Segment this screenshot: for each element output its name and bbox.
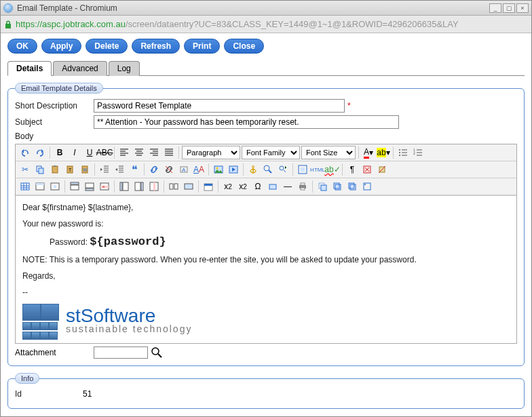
ordered-list-icon[interactable]: 12 bbox=[411, 146, 425, 159]
page-content: OK Apply Delete Refresh Print Close Deta… bbox=[1, 33, 531, 416]
paste-text-icon[interactable]: T bbox=[63, 163, 77, 176]
id-value: 51 bbox=[83, 389, 92, 399]
date-icon[interactable] bbox=[202, 180, 215, 193]
align-center-icon[interactable] bbox=[132, 146, 146, 159]
apply-button[interactable]: Apply bbox=[41, 39, 81, 54]
font-size-select[interactable]: Font Size bbox=[301, 146, 356, 159]
outdent-icon[interactable] bbox=[98, 163, 111, 176]
paste-word-icon[interactable]: W bbox=[78, 163, 92, 176]
media-icon[interactable] bbox=[227, 163, 240, 176]
find-icon[interactable] bbox=[261, 163, 275, 176]
subject-label: Subject bbox=[15, 117, 94, 127]
paste-icon[interactable] bbox=[48, 163, 62, 176]
redo-icon[interactable] bbox=[33, 146, 47, 159]
editor-body[interactable]: Dear ${firstname} ${lastname}, Your new … bbox=[16, 195, 516, 343]
paragraph-select[interactable]: Paragraph bbox=[182, 146, 240, 159]
strike-icon[interactable]: ABC bbox=[98, 146, 111, 159]
remove-format-icon[interactable] bbox=[360, 163, 374, 176]
signature-logo: stSoftware sustainable technology bbox=[22, 304, 510, 336]
svg-point-19 bbox=[264, 165, 269, 171]
fullscreen-icon[interactable] bbox=[296, 163, 309, 176]
svg-rect-44 bbox=[185, 184, 193, 189]
anchor-icon[interactable] bbox=[246, 163, 260, 176]
tab-details[interactable]: Details bbox=[7, 61, 52, 76]
print-button[interactable]: Print bbox=[184, 39, 220, 54]
merge-cells-icon[interactable] bbox=[182, 180, 195, 193]
window-title: Email Template - Chromium bbox=[17, 3, 488, 13]
svg-rect-32 bbox=[86, 183, 94, 188]
svg-rect-27 bbox=[36, 183, 44, 185]
logo-name: stSoftware bbox=[66, 306, 192, 325]
font-family-select[interactable]: Font Family bbox=[242, 146, 300, 159]
html-icon[interactable]: HTML bbox=[311, 163, 324, 176]
delete-button[interactable]: Delete bbox=[86, 39, 128, 54]
image-icon[interactable] bbox=[212, 163, 225, 176]
italic-icon[interactable]: I bbox=[68, 146, 81, 159]
cut-icon[interactable]: ✂ bbox=[18, 163, 32, 176]
abs-icon[interactable] bbox=[360, 180, 374, 193]
align-left-icon[interactable] bbox=[117, 146, 131, 159]
sup-icon[interactable]: x2 bbox=[236, 180, 250, 193]
style-icon[interactable]: AA bbox=[192, 163, 206, 176]
ok-button[interactable]: OK bbox=[7, 39, 37, 54]
pilcrow-icon[interactable]: ¶ bbox=[345, 163, 359, 176]
omega-icon[interactable]: Ω bbox=[251, 180, 265, 193]
blockquote-icon[interactable]: ❝ bbox=[128, 163, 141, 176]
search-icon[interactable] bbox=[151, 346, 163, 359]
unlink-icon[interactable] bbox=[162, 163, 176, 176]
bold-icon[interactable]: B bbox=[53, 146, 66, 159]
sub-icon[interactable]: x2 bbox=[221, 180, 235, 193]
replace-icon[interactable] bbox=[276, 163, 290, 176]
short-desc-input[interactable] bbox=[94, 99, 345, 113]
table-props-icon[interactable] bbox=[33, 180, 47, 193]
split-cells-icon[interactable] bbox=[167, 180, 180, 193]
attribute-icon[interactable]: A bbox=[177, 163, 191, 176]
tab-log[interactable]: Log bbox=[109, 61, 140, 76]
layer-icon[interactable] bbox=[316, 180, 329, 193]
table-cell-icon[interactable] bbox=[48, 180, 62, 193]
body-regards: Regards, bbox=[22, 271, 510, 281]
forward-icon[interactable] bbox=[330, 180, 344, 193]
field-icon[interactable] bbox=[266, 180, 280, 193]
svg-rect-30 bbox=[71, 185, 79, 190]
action-button-row: OK Apply Delete Refresh Print Close bbox=[7, 39, 525, 54]
backward-icon[interactable] bbox=[345, 180, 359, 193]
unordered-list-icon[interactable] bbox=[396, 146, 410, 159]
align-justify-icon[interactable] bbox=[162, 146, 176, 159]
underline-icon[interactable]: U bbox=[83, 146, 96, 159]
spellcheck-icon[interactable]: ab✓ bbox=[326, 163, 339, 176]
subject-input[interactable] bbox=[94, 115, 399, 129]
tab-advanced[interactable]: Advanced bbox=[53, 61, 107, 76]
link-icon[interactable] bbox=[147, 163, 161, 176]
close-window-button[interactable]: × bbox=[516, 3, 529, 13]
row-delete-icon[interactable] bbox=[98, 180, 111, 193]
row-before-icon[interactable] bbox=[68, 180, 81, 193]
url-bar[interactable]: https://aspc.jobtrack.com.au/screen/data… bbox=[1, 16, 531, 33]
maximize-button[interactable]: ▢ bbox=[503, 3, 515, 13]
table-icon[interactable] bbox=[18, 180, 32, 193]
print-icon[interactable] bbox=[296, 180, 309, 193]
chromium-favicon bbox=[3, 3, 13, 13]
align-right-icon[interactable] bbox=[147, 146, 161, 159]
info-fieldset: Info Id 51 bbox=[7, 373, 525, 409]
col-delete-icon[interactable] bbox=[147, 180, 161, 193]
minimize-button[interactable]: _ bbox=[489, 3, 501, 13]
text-color-icon[interactable]: A ▾ bbox=[362, 146, 375, 159]
hr-icon[interactable]: — bbox=[281, 180, 294, 193]
body-greeting: Dear ${firstname} ${lastname}, bbox=[22, 203, 510, 212]
copy-icon[interactable] bbox=[33, 163, 47, 176]
clear-format-icon[interactable] bbox=[375, 163, 389, 176]
svg-text:A: A bbox=[182, 167, 186, 173]
refresh-button[interactable]: Refresh bbox=[132, 39, 180, 54]
svg-rect-22 bbox=[301, 167, 305, 172]
close-button[interactable]: Close bbox=[224, 39, 264, 54]
row-after-icon[interactable] bbox=[83, 180, 96, 193]
rich-text-editor: B I U ABC Paragraph Font Family Font Siz… bbox=[15, 144, 517, 344]
svg-rect-8 bbox=[54, 165, 56, 167]
highlight-icon[interactable]: ab▾ bbox=[377, 146, 390, 159]
col-after-icon[interactable] bbox=[132, 180, 146, 193]
col-before-icon[interactable] bbox=[117, 180, 131, 193]
indent-icon[interactable] bbox=[113, 163, 126, 176]
undo-icon[interactable] bbox=[18, 146, 32, 159]
attachment-input[interactable] bbox=[94, 346, 148, 359]
